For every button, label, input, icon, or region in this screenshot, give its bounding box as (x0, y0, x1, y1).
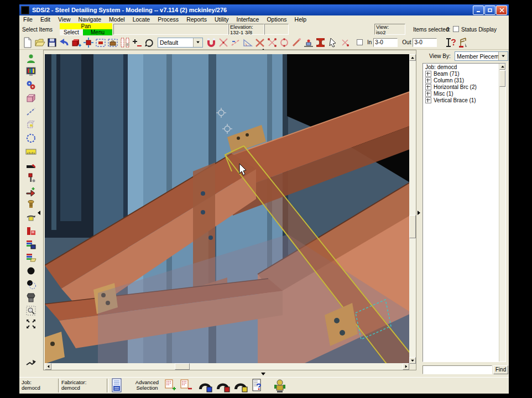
tree-item-column[interactable]: Column (31) (423, 77, 505, 83)
tree-scrollbar[interactable] (499, 64, 505, 362)
form-remove-icon[interactable] (180, 378, 194, 392)
open-icon[interactable] (34, 36, 46, 49)
tree-scroll-thumb[interactable] (499, 70, 505, 87)
construction-circle-icon[interactable] (25, 133, 38, 145)
advanced-selection-label[interactable]: Advanced Selection (132, 380, 163, 391)
expand-icon[interactable] (425, 84, 431, 90)
chevron-down-icon[interactable] (193, 38, 202, 47)
bolt-icon[interactable] (25, 199, 38, 211)
move-member-cube-icon[interactable] (82, 36, 95, 49)
menu-interface[interactable]: Interface (233, 16, 263, 23)
undo-icon[interactable] (58, 36, 70, 49)
arch-blue-icon[interactable] (197, 378, 212, 392)
viewport-hscrollbar[interactable] (45, 363, 409, 370)
viewport-vscrollbar[interactable] (409, 54, 416, 364)
menu-model[interactable]: Model (105, 16, 129, 23)
solid-view-icon[interactable] (25, 93, 38, 105)
hole-wire-icon[interactable] (25, 279, 38, 291)
tree-item-horizontal-brc[interactable]: Horizontal Brc (2) (423, 83, 505, 90)
menu-locate[interactable]: Locate (129, 16, 154, 23)
doc-question-icon[interactable] (251, 378, 265, 392)
view-nudge-right-icon[interactable] (418, 211, 420, 215)
out-field[interactable] (413, 38, 437, 47)
model-tree[interactable]: Job: democd Beam (71) Column (31) Horizo… (423, 63, 506, 362)
options-gears-icon[interactable] (25, 80, 38, 92)
status-display-checkbox[interactable] (453, 26, 459, 32)
restore-button[interactable] (484, 6, 496, 15)
menu-reports[interactable]: Reports (182, 16, 211, 23)
zoom-area-icon[interactable] (25, 305, 38, 317)
ramp-icon[interactable] (25, 159, 38, 171)
level-tool-icon[interactable] (302, 36, 315, 49)
crane-sequence-icon[interactable] (457, 36, 469, 49)
tree-item-beam[interactable]: Beam (71) (423, 70, 505, 77)
select-toolbox-icon[interactable] (107, 36, 119, 49)
hscroll-thumb[interactable] (175, 363, 190, 370)
tree-root[interactable]: Job: democd (423, 64, 505, 70)
walk-icon[interactable] (25, 357, 38, 369)
menu-process[interactable]: Process (154, 16, 182, 23)
view-nudge-left-icon[interactable] (38, 211, 40, 215)
tree-item-vertical-brace[interactable]: Vertical Brace (1) (423, 97, 505, 103)
expand-icon[interactable] (425, 91, 431, 97)
model-viewport[interactable] (43, 50, 416, 370)
snap-magnet-icon[interactable] (205, 36, 217, 49)
chevron-down-icon[interactable] (498, 52, 508, 60)
construction-line-icon[interactable] (25, 106, 38, 118)
construction-protractor-icon[interactable] (242, 36, 254, 49)
save-icon[interactable] (46, 36, 58, 49)
model-canvas[interactable] (45, 54, 410, 364)
plus-minus-icon[interactable] (131, 36, 143, 49)
depth-dropdown[interactable]: Default (158, 38, 203, 48)
bolt-head-icon[interactable] (25, 292, 38, 304)
new-document-icon[interactable] (22, 36, 34, 49)
robot-icon[interactable] (273, 378, 287, 392)
select-member-box-icon[interactable] (95, 36, 107, 49)
expand-icon[interactable] (425, 97, 431, 103)
construction-points-icon[interactable] (266, 36, 278, 49)
menu-options[interactable]: Options (263, 16, 290, 23)
tree-item-misc[interactable]: Misc (1) (423, 90, 505, 97)
close-button[interactable] (496, 6, 507, 15)
beam-section-icon[interactable] (315, 36, 327, 49)
construction-line-icon[interactable] (230, 36, 242, 49)
menu-file[interactable]: File (19, 16, 36, 23)
view-by-dropdown[interactable]: Member Piecemark (455, 51, 508, 61)
vscroll-thumb[interactable] (409, 215, 416, 238)
select-mode-button[interactable]: Select (60, 29, 83, 35)
construction-cross-icon[interactable] (254, 36, 266, 49)
display-colors-icon[interactable] (25, 66, 38, 78)
scroll-right-icon[interactable] (403, 363, 409, 370)
erection-view-icon[interactable] (25, 226, 38, 238)
hammer-icon[interactable] (25, 172, 38, 185)
menu-mode-button[interactable]: Menu (83, 29, 112, 35)
expand-icon[interactable] (425, 71, 431, 77)
rotate-box-icon[interactable] (25, 212, 38, 224)
beamcalc-icon[interactable] (110, 378, 124, 392)
scroll-up-icon[interactable] (409, 54, 416, 61)
pan-mode-button[interactable]: Pan (60, 23, 112, 29)
find-button[interactable]: Find (493, 365, 508, 374)
wire-view-icon[interactable] (25, 119, 38, 132)
fit-view-icon[interactable] (25, 318, 38, 331)
menu-navigate[interactable]: Navigate (75, 16, 105, 23)
save-books-icon[interactable] (25, 239, 38, 251)
arch-yellow-icon[interactable] (233, 378, 247, 392)
scroll-down-icon[interactable] (409, 357, 416, 364)
pointer-select-icon[interactable] (327, 36, 339, 49)
open-books-icon[interactable] (25, 252, 38, 264)
menu-help[interactable]: Help (291, 16, 311, 23)
add-member-cube-icon[interactable] (70, 36, 82, 49)
construction-circle-icon[interactable] (278, 36, 290, 49)
toolbar-checkbox[interactable] (357, 39, 363, 45)
in-field[interactable] (373, 38, 398, 47)
menu-utility[interactable]: Utility (211, 16, 233, 23)
construction-x-icon[interactable] (217, 36, 230, 49)
construction-small-icon[interactable] (339, 36, 351, 49)
menu-view[interactable]: View (54, 16, 75, 23)
expand-icon[interactable] (425, 77, 431, 83)
rotate-view-icon[interactable] (143, 36, 155, 49)
arch-red-icon[interactable] (215, 378, 230, 392)
view-nudge-down-icon[interactable] (261, 373, 265, 375)
ruler-icon[interactable] (25, 146, 38, 158)
